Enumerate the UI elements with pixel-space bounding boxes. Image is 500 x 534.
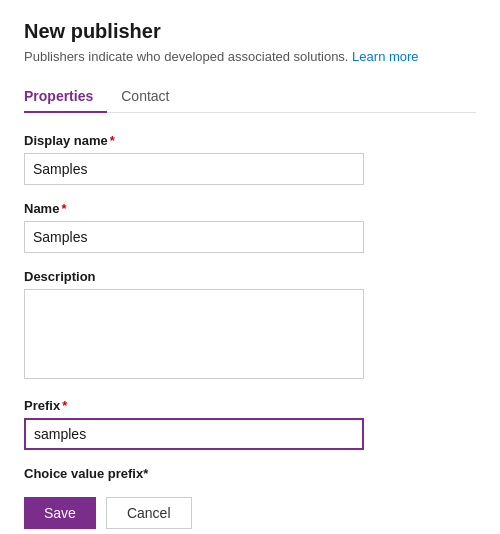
tabs-container: Properties Contact: [24, 80, 476, 113]
name-input[interactable]: [24, 221, 364, 253]
display-name-required: *: [110, 133, 115, 148]
choice-value-prefix-required: *: [143, 466, 148, 481]
tab-properties[interactable]: Properties: [24, 80, 107, 112]
description-group: Description: [24, 269, 476, 382]
display-name-group: Display name*: [24, 133, 476, 185]
prefix-label: Prefix*: [24, 398, 476, 413]
button-row: Save Cancel: [24, 497, 476, 529]
page-title: New publisher: [24, 20, 476, 43]
subtitle-text: Publishers indicate who developed associ…: [24, 49, 348, 64]
tab-contact[interactable]: Contact: [121, 80, 183, 112]
save-button[interactable]: Save: [24, 497, 96, 529]
description-input[interactable]: [24, 289, 364, 379]
display-name-input[interactable]: [24, 153, 364, 185]
learn-more-link[interactable]: Learn more: [352, 49, 418, 64]
prefix-input[interactable]: [24, 418, 364, 450]
description-label: Description: [24, 269, 476, 284]
cancel-button[interactable]: Cancel: [106, 497, 192, 529]
name-label: Name*: [24, 201, 476, 216]
prefix-group: Prefix*: [24, 398, 476, 450]
subtitle: Publishers indicate who developed associ…: [24, 49, 476, 64]
name-required: *: [61, 201, 66, 216]
choice-value-prefix-group: Choice value prefix*: [24, 466, 476, 481]
display-name-label: Display name*: [24, 133, 476, 148]
prefix-required: *: [62, 398, 67, 413]
name-group: Name*: [24, 201, 476, 253]
choice-value-prefix-label: Choice value prefix*: [24, 466, 476, 481]
